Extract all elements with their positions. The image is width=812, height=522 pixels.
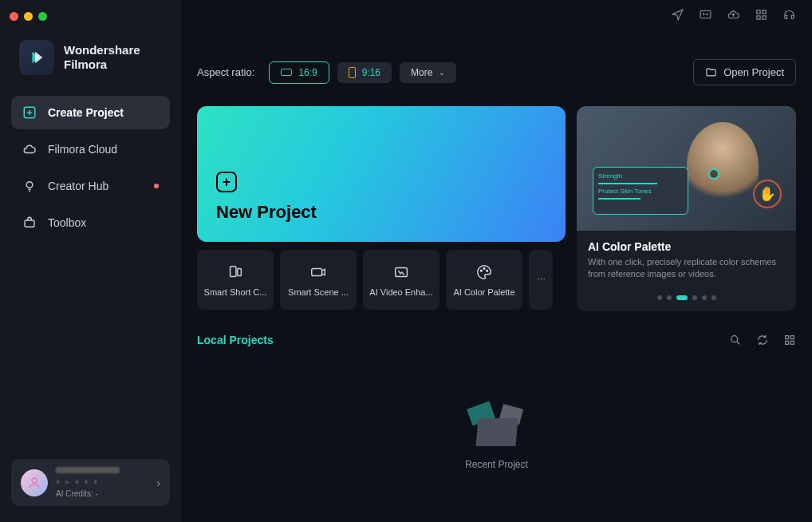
ai-color-palette-button[interactable]: AI Color Palette — [446, 250, 522, 310]
no-touch-icon: ✋ — [753, 180, 782, 208]
svg-point-17 — [487, 270, 488, 271]
svg-rect-22 — [790, 341, 794, 344]
sidebar-item-toolbox[interactable]: Toolbox — [11, 206, 170, 239]
cloud-icon — [22, 142, 37, 156]
new-project-card[interactable]: + New Project — [197, 106, 566, 242]
svg-rect-4 — [700, 11, 711, 18]
feature-thumbnail: Strength Protect Skin Tones ✋ — [577, 106, 796, 231]
app-logo: Wondershare Filmora — [0, 32, 181, 91]
feature-title: AI Color Palette — [588, 240, 785, 253]
svg-rect-11 — [231, 266, 236, 276]
aspect-label: 9:16 — [362, 67, 380, 78]
color-picker-dot-icon — [708, 168, 719, 180]
chevron-right-icon: › — [156, 477, 160, 489]
svg-point-18 — [731, 335, 738, 342]
mini-label: Smart Short C... — [204, 287, 267, 297]
logo-icon — [19, 40, 54, 75]
aspect-ratio-label: Aspect ratio: — [197, 66, 254, 78]
search-icon[interactable] — [729, 334, 742, 346]
svg-point-6 — [707, 14, 708, 14]
sidebar-item-label: Create Project — [48, 106, 124, 119]
sidebar-item-creator-hub[interactable]: Creator Hub — [11, 169, 170, 203]
aspect-9-16-button[interactable]: 9:16 — [337, 62, 392, 83]
sidebar-item-label: Filmora Cloud — [48, 143, 117, 156]
smart-short-clips-button[interactable]: Smart Short C... — [197, 250, 274, 310]
mini-label: AI Color Palette — [453, 287, 514, 297]
brand-line2: Filmora — [64, 57, 140, 72]
mini-label: Smart Scene ... — [288, 287, 349, 297]
sidebar: Wondershare Filmora Create Project Filmo… — [0, 0, 181, 522]
close-window-button[interactable] — [10, 12, 18, 21]
avatar — [21, 469, 48, 496]
feature-description: With one click, precisely replicate colo… — [588, 256, 785, 281]
minimize-window-button[interactable] — [24, 12, 33, 21]
camera-icon — [309, 263, 327, 281]
carousel-dots[interactable] — [577, 287, 796, 311]
sidebar-item-filmora-cloud[interactable]: Filmora Cloud — [11, 132, 170, 166]
badge-icon: ♦ — [84, 477, 89, 487]
grid-view-icon[interactable] — [783, 334, 796, 346]
svg-rect-21 — [786, 341, 789, 344]
send-icon[interactable] — [671, 8, 684, 22]
folder-icon — [705, 66, 717, 78]
aspect-16-9-button[interactable]: 16:9 — [269, 61, 329, 84]
ai-credits-label: AI Credits: - — [56, 489, 148, 498]
ellipsis-icon: ⋯ — [537, 275, 546, 285]
ai-video-enhance-button[interactable]: AI Video Enha... — [363, 250, 440, 310]
empty-label: Recent Project — [465, 459, 528, 470]
user-card[interactable]: ♦ ▸ ♦ ♦ ♦ AI Credits: - › — [11, 459, 170, 506]
aspect-ratio-toolbar: Aspect ratio: 16:9 9:16 More ⌄ Open Proj… — [197, 59, 796, 85]
plus-square-icon — [22, 105, 37, 120]
empty-state: Recent Project — [197, 346, 796, 522]
grid-icon[interactable] — [755, 8, 768, 22]
svg-point-3 — [32, 478, 37, 483]
notification-dot-icon — [154, 184, 159, 188]
mini-more-button[interactable]: ⋯ — [529, 250, 553, 310]
badge-icon: ♦ — [56, 477, 61, 487]
empty-box-icon — [469, 398, 525, 446]
badge-icon: ♦ — [93, 477, 98, 487]
sidebar-item-label: Creator Hub — [48, 180, 108, 192]
svg-point-5 — [704, 14, 704, 14]
brand-line1: Wondershare — [64, 43, 140, 57]
svg-rect-10 — [763, 16, 766, 19]
svg-rect-9 — [757, 16, 760, 19]
cloud-upload-icon[interactable] — [727, 8, 740, 22]
overlay-panel: Strength Protect Skin Tones — [593, 167, 688, 215]
aspect-label: 16:9 — [298, 67, 317, 78]
plus-icon: + — [216, 172, 237, 192]
maximize-window-button[interactable] — [38, 12, 47, 21]
palette-icon — [475, 263, 493, 281]
portrait-rect-icon — [349, 67, 356, 78]
svg-rect-19 — [786, 335, 789, 338]
sidebar-item-create-project[interactable]: Create Project — [11, 96, 170, 129]
refresh-icon[interactable] — [756, 334, 769, 346]
toolbox-icon — [22, 216, 37, 230]
sidebar-nav: Create Project Filmora Cloud Creator Hub — [0, 91, 181, 244]
user-info: ♦ ▸ ♦ ♦ ♦ AI Credits: - — [56, 467, 148, 498]
svg-rect-20 — [790, 335, 794, 338]
feature-card[interactable]: Strength Protect Skin Tones ✋ AI Color P… — [577, 106, 796, 311]
headset-icon[interactable] — [782, 8, 796, 22]
message-icon[interactable] — [699, 8, 712, 22]
svg-point-15 — [480, 270, 482, 271]
aspect-more-button[interactable]: More ⌄ — [400, 62, 456, 83]
main-content: Aspect ratio: 16:9 9:16 More ⌄ Open Proj… — [181, 0, 812, 522]
mini-label: AI Video Enha... — [369, 287, 432, 297]
new-project-title: New Project — [216, 202, 546, 223]
badge-icon: ♦ — [75, 477, 80, 487]
lightbulb-icon — [22, 179, 37, 193]
user-name-redacted — [56, 467, 120, 473]
svg-point-16 — [483, 267, 485, 269]
svg-rect-8 — [763, 10, 766, 14]
open-project-label: Open Project — [723, 66, 784, 78]
enhance-icon — [392, 263, 410, 281]
chevron-down-icon: ⌄ — [439, 69, 445, 77]
badge-icon: ▸ — [65, 477, 70, 487]
open-project-button[interactable]: Open Project — [693, 59, 796, 85]
window-controls — [0, 0, 181, 32]
overlay-protect-label: Protect Skin Tones — [598, 188, 683, 195]
overlay-strength-label: Strength — [598, 172, 683, 180]
smart-scene-button[interactable]: Smart Scene ... — [280, 250, 357, 310]
svg-rect-2 — [25, 220, 34, 227]
